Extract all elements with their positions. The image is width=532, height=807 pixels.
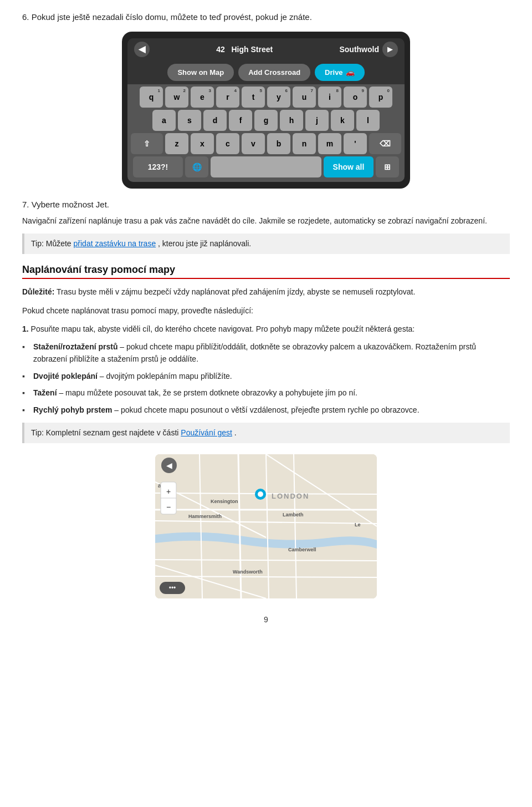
svg-text:◀: ◀ <box>166 461 172 470</box>
key-a[interactable]: a <box>152 110 176 131</box>
key-backspace[interactable]: ⌫ <box>369 133 401 154</box>
tip-box-2: Tip: Kompletní seznam gest najdete v čás… <box>22 423 510 443</box>
paragraph-2: Pokud chcete naplánovat trasu pomocí map… <box>22 304 510 317</box>
tip1-suffix: , kterou jste již naplánovali. <box>158 239 251 248</box>
svg-text:Le: Le <box>355 522 361 527</box>
svg-text:Camberwell: Camberwell <box>288 547 316 552</box>
address-display: 42 High Street <box>216 45 273 54</box>
device-top-bar: ◀ 42 High Street Southwold ▶ <box>127 38 405 60</box>
intro-text: 6. Pokud jste ještě nezadali číslo domu,… <box>22 11 510 24</box>
show-on-map-button[interactable]: Show on Map <box>167 64 234 81</box>
svg-point-22 <box>258 491 263 497</box>
tip1-link[interactable]: přidat zastávku na trase <box>74 239 156 248</box>
key-v[interactable]: v <box>242 133 265 154</box>
step-7-section: 7. Vyberte možnost Jet. <box>22 200 510 209</box>
svg-text:−: − <box>166 503 171 511</box>
list-item: Stažení/roztažení prstů – pokud chcete m… <box>22 341 510 366</box>
key-j[interactable]: j <box>305 110 329 131</box>
key-l[interactable]: l <box>356 110 380 131</box>
keyboard-row-2: a s d f g h j k l <box>129 110 403 131</box>
svg-text:Hammersmith: Hammersmith <box>188 514 222 519</box>
map-background: aling Kensington Hammersmith Lambeth LON… <box>155 454 377 598</box>
key-n[interactable]: n <box>293 133 316 154</box>
key-e[interactable]: e3 <box>191 87 214 108</box>
key-w[interactable]: w2 <box>165 87 188 108</box>
tip1-prefix: Tip: <box>31 239 44 248</box>
tip2-text: Kompletní seznam gest najdete v části <box>46 428 181 437</box>
bullet-text-2: – mapu můžete posouvat tak, že se prstem… <box>59 388 357 397</box>
key-y[interactable]: y6 <box>267 87 290 108</box>
device-screenshot: ◀ 42 High Street Southwold ▶ Show on Map… <box>122 32 410 189</box>
nav-buttons-row: Show on Map Add Crossroad Drive 🚗 <box>127 60 405 84</box>
back-button[interactable]: ◀ <box>134 42 150 57</box>
key-d[interactable]: d <box>203 110 227 131</box>
svg-text:Lambeth: Lambeth <box>283 512 304 517</box>
destination-button[interactable]: ▶ <box>382 42 398 57</box>
bullet-text-1: – dvojitým poklepáním mapu přiblížíte. <box>100 372 232 380</box>
key-grid[interactable]: ⊞ <box>376 156 399 177</box>
key-h[interactable]: h <box>280 110 303 131</box>
step-7-text: 7. Vyberte možnost Jet. <box>22 200 510 209</box>
key-b[interactable]: b <box>267 133 290 154</box>
keyboard-row-3: ⇧ z x c v b n m ' ⌫ <box>129 133 403 154</box>
address-number: 42 <box>216 45 225 54</box>
svg-text:•••: ••• <box>169 584 176 592</box>
step-number: 1. <box>22 324 29 333</box>
paragraph-1: Navigační zařízení naplánuje trasu a pak… <box>22 215 510 227</box>
key-shift[interactable]: ⇧ <box>131 133 163 154</box>
map-screenshot: aling Kensington Hammersmith Lambeth LON… <box>155 454 377 598</box>
key-r[interactable]: r4 <box>216 87 239 108</box>
drive-icon: 🚗 <box>346 68 355 77</box>
tip2-link[interactable]: Používání gest <box>181 428 232 437</box>
key-f[interactable]: f <box>229 110 252 131</box>
list-item: Dvojité poklepání – dvojitým poklepáním … <box>22 370 510 382</box>
key-c[interactable]: c <box>216 133 239 154</box>
important-text: Trasu byste měli v zájmu bezpečí vždy na… <box>57 287 415 296</box>
key-k[interactable]: k <box>331 110 354 131</box>
svg-text:Wandsworth: Wandsworth <box>233 569 263 575</box>
bullet-bold-2: Tažení <box>33 388 57 397</box>
svg-text:LONDON: LONDON <box>272 492 309 500</box>
add-crossroad-button[interactable]: Add Crossroad <box>238 64 310 81</box>
tip-box-1: Tip: Můžete přidat zastávku na trase , k… <box>22 234 510 254</box>
important-label: Důležité: <box>22 287 54 296</box>
key-o[interactable]: o9 <box>344 87 367 108</box>
show-all-button[interactable]: Show all <box>324 156 374 177</box>
destination-label: Southwold <box>339 45 379 54</box>
key-q[interactable]: q1 <box>140 87 163 108</box>
list-item: Rychlý pohyb prstem – pokud chcete mapu … <box>22 404 510 416</box>
key-u[interactable]: u7 <box>293 87 316 108</box>
key-s[interactable]: s <box>178 110 201 131</box>
bullet-bold-1: Dvojité poklepání <box>33 372 98 380</box>
key-g[interactable]: g <box>254 110 278 131</box>
numbered-step-1: 1. Posuňte mapu tak, abyste viděli cíl, … <box>22 323 510 335</box>
page-number: 9 <box>22 615 510 624</box>
key-space[interactable] <box>211 156 321 177</box>
red-rule-divider <box>22 278 510 279</box>
svg-text:+: + <box>166 487 171 496</box>
bullet-text-3: – pokud chcete mapu posunout o větší vzd… <box>114 405 419 414</box>
tip2-suffix: . <box>234 428 237 437</box>
key-z[interactable]: z <box>165 133 188 154</box>
important-note: Důležité: Trasu byste měli v zájmu bezpe… <box>22 286 510 298</box>
address-street: High Street <box>232 45 273 54</box>
key-m[interactable]: m <box>318 133 341 154</box>
key-t[interactable]: t5 <box>242 87 265 108</box>
bullet-bold-3: Rychlý pohyb prstem <box>33 405 112 414</box>
list-item: Tažení – mapu můžete posouvat tak, že se… <box>22 387 510 399</box>
keyboard-row-1: q1 w2 e3 r4 t5 y6 u7 i8 o9 p0 <box>129 87 403 108</box>
tip2-prefix: Tip: <box>31 428 44 437</box>
key-apostrophe[interactable]: ' <box>344 133 367 154</box>
keyboard-row-4: 123?! 🌐 Show all ⊞ <box>129 156 403 177</box>
key-x[interactable]: x <box>191 133 214 154</box>
gesture-list: Stažení/roztažení prstů – pokud chcete m… <box>22 341 510 416</box>
step-text: Posuňte mapu tak, abyste viděli cíl, do … <box>31 324 415 333</box>
key-p[interactable]: p0 <box>369 87 392 108</box>
map-svg: aling Kensington Hammersmith Lambeth LON… <box>155 454 377 598</box>
keyboard-area: q1 w2 e3 r4 t5 y6 u7 i8 o9 p0 a s d f g … <box>127 84 405 182</box>
key-globe[interactable]: 🌐 <box>185 156 208 177</box>
drive-button[interactable]: Drive 🚗 <box>315 64 365 81</box>
key-i[interactable]: i8 <box>318 87 341 108</box>
key-numbers[interactable]: 123?! <box>133 156 183 177</box>
section-heading: Naplánování trasy pomocí mapy <box>22 264 510 276</box>
